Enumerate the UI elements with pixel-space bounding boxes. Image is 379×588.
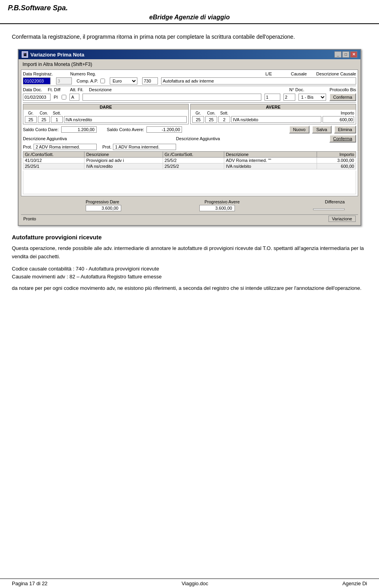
- company-name: P.B.Software Spa.: [8, 4, 371, 12]
- avere-con-input[interactable]: [205, 116, 217, 123]
- dare-con-label: Con.: [38, 111, 50, 115]
- th-gr-conto-sott-1: Gr./Conto/Sott.: [23, 152, 84, 158]
- table-cell: ADV Roma intermed. "": [224, 158, 317, 163]
- dialog-title: Variazione Prima Nota: [30, 52, 84, 58]
- page-footer: Pagina 17 di 22 Viaggio.doc Agenzie Di: [0, 579, 379, 588]
- form-section: Data Registraz. Numero Reg. L/E Causale …: [21, 70, 358, 196]
- pi-label: PI: [54, 95, 58, 100]
- paragraph-1: Questa operazione, rende possibile alle …: [12, 244, 367, 261]
- avere-con-label: Con.: [205, 111, 217, 115]
- saldo-dare-value: 1.200,00: [61, 126, 97, 133]
- conferma-button[interactable]: Conferma: [329, 135, 356, 143]
- causale-input[interactable]: [142, 77, 158, 85]
- th-gr-conto-sott-2: Gr./Conto/Sott.: [163, 152, 224, 158]
- comp-ap-label: Comp. A.P.: [77, 79, 98, 83]
- dare-header: DARE: [23, 104, 188, 110]
- progressivo-section: Progressivo Dare Progressivo Avere Diffe…: [21, 198, 358, 214]
- comp-ap-checkbox[interactable]: [100, 79, 105, 83]
- desc-agg-row: Descrizione Aggiuntiva Descrizione Aggiu…: [23, 135, 356, 143]
- titlebar-left: 🖥 Variazione Prima Nota: [22, 51, 84, 58]
- salva-button[interactable]: Salva: [312, 126, 332, 133]
- form-row-1b: Comp. A.P. Euro: [23, 77, 356, 85]
- avere-gr-label: Gr.: [192, 111, 204, 115]
- avere-importo-input[interactable]: [323, 116, 354, 123]
- avere-desc-input[interactable]: [231, 116, 321, 123]
- prog-avere-label: Progressivo Avere: [205, 199, 240, 204]
- ft-diff-label: Ft. Diff: [48, 87, 60, 92]
- prog-avere-value: 3.600,00: [199, 205, 235, 211]
- differenza-label: Differenza: [325, 199, 345, 204]
- dare-desc-input[interactable]: [64, 116, 187, 123]
- avere-sott-input[interactable]: [218, 116, 230, 123]
- elimina-button[interactable]: Elimina: [334, 126, 356, 133]
- att-fil-input[interactable]: [69, 94, 79, 101]
- app-title: eBridge Agenzie di viaggio: [8, 12, 371, 23]
- paragraph-2: da notare per per ogni codice movimento …: [12, 284, 367, 293]
- avere-gr-input[interactable]: [192, 116, 204, 123]
- separator-1: [23, 86, 356, 86]
- page-header: P.B.Software Spa. eBridge Agenzie di via…: [0, 0, 379, 24]
- table-cell: 41/10/12: [23, 158, 84, 163]
- table-cell: IVA ns/debito: [224, 163, 317, 169]
- causale-label: Causale: [291, 71, 307, 76]
- dare-row: [25, 116, 187, 123]
- empty-table-area: [23, 171, 356, 194]
- footer-left: Pagina 17 di 22: [12, 580, 47, 586]
- n-doc-input[interactable]: [265, 94, 280, 101]
- bis-select[interactable]: 1 - Bis: [298, 94, 326, 101]
- form-row-2: Data Doc. Ft. Diff Att. Fil. Descrizione…: [23, 87, 356, 92]
- prot1-value: 2 ADV Roma intermed.: [34, 144, 97, 150]
- numero-reg-label: Numero Reg.: [70, 71, 96, 76]
- page-body: Confermata la registrazione, il programm…: [0, 25, 379, 304]
- prot2-label: Prot.: [102, 145, 111, 149]
- dare-sott-label: Sott.: [51, 111, 63, 115]
- conferma-top-button[interactable]: Conferma: [329, 93, 356, 101]
- code-line-1: Codice causale contabilità : 740 - Autof…: [12, 265, 367, 273]
- minimize-button[interactable]: _: [334, 51, 341, 58]
- avere-header: AVERE: [191, 104, 356, 110]
- ft-diff-checkbox[interactable]: [62, 95, 66, 100]
- data-registraz-input[interactable]: [23, 77, 51, 85]
- table-row: 25/25/1IVA ns/credito25/25/2IVA ns/debit…: [23, 163, 356, 169]
- status-left: Pronto: [23, 216, 36, 221]
- saldo-row: Saldo Conto Dare: 1.200,00 Saldo Conto A…: [23, 126, 356, 133]
- le-label: L/E: [265, 71, 272, 76]
- table-cell: 25/25/2: [163, 163, 224, 169]
- titlebar-buttons[interactable]: _ □ ✕: [334, 51, 357, 58]
- intro-text: Confermata la registrazione, il programm…: [12, 33, 367, 41]
- footer-right: Agenzie Di: [342, 580, 367, 586]
- desc-causale-input[interactable]: [161, 77, 356, 85]
- dare-sott-input[interactable]: [51, 116, 63, 123]
- importo-label: Importo: [323, 111, 354, 115]
- nuovo-button[interactable]: Nuovo: [289, 126, 310, 133]
- data-doc-input[interactable]: [23, 94, 51, 101]
- th-importo: Importo: [317, 152, 356, 158]
- protocollo-bis-label: Protocollo Bis: [330, 87, 356, 92]
- maximize-button[interactable]: □: [342, 51, 349, 58]
- table-cell: IVA ns/credito: [84, 163, 163, 169]
- protocollo-bis-value[interactable]: [283, 94, 295, 101]
- window-icon: 🖥: [22, 51, 28, 58]
- le-select[interactable]: Euro: [110, 77, 137, 85]
- descrizione-label: Descrizione: [89, 87, 111, 92]
- dare-con-input[interactable]: [38, 116, 50, 123]
- close-button[interactable]: ✕: [350, 51, 357, 58]
- n-doc-label: N° Doc.: [289, 87, 304, 92]
- code-section: Codice causale contabilità : 740 - Autof…: [12, 265, 367, 282]
- numero-reg-input[interactable]: [56, 77, 72, 85]
- status-right: Variazione: [328, 216, 356, 222]
- prot-row: Prot. 2 ADV Roma intermed. Prot. 1 ADV R…: [23, 144, 356, 150]
- differenza-value: [313, 209, 345, 210]
- dare-avere-section: DARE Gr. Con. Sott.: [23, 104, 356, 124]
- avere-sott-label: Sott.: [218, 111, 230, 115]
- dare-gr-input[interactable]: [25, 116, 37, 123]
- avere-box: AVERE Gr. Con. Sott. Importo: [190, 104, 356, 124]
- status-bar: Pronto Variazione: [21, 214, 358, 223]
- table-cell: 3.000,00: [317, 158, 356, 163]
- avere-row: [192, 116, 354, 123]
- data-doc-label: Data Doc.: [23, 87, 42, 92]
- th-descrizione-1: Descrizione: [84, 152, 163, 158]
- form-row-1: Data Registraz. Numero Reg. L/E Causale …: [23, 71, 356, 76]
- descrizione-input[interactable]: [83, 94, 261, 101]
- prot2-value: 1 ADV Roma intermed.: [113, 144, 176, 150]
